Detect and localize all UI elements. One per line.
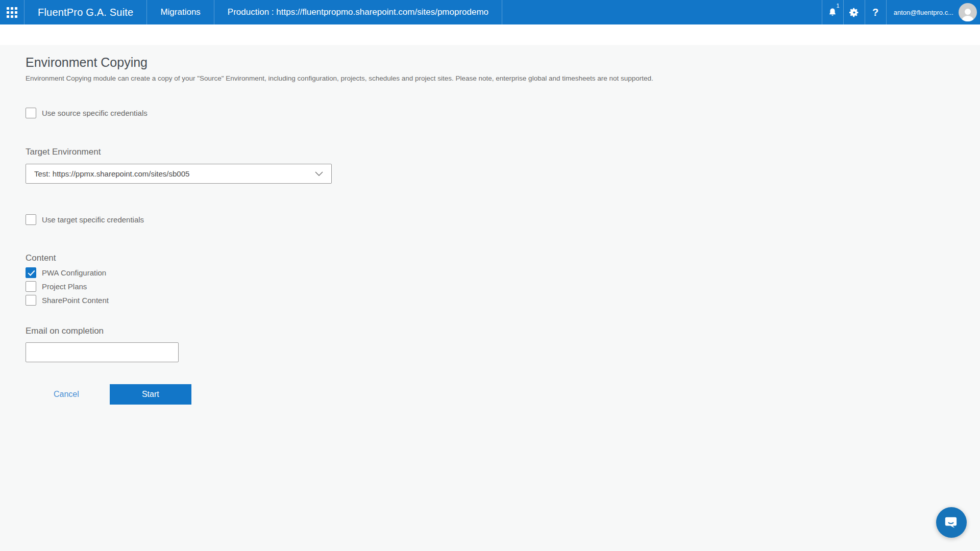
form-actions: Cancel Start [26,384,980,405]
sharepoint-content-label: SharePoint Content [42,296,109,305]
use-source-credentials-checkbox[interactable] [26,108,36,118]
notification-badge: 1 [837,3,840,9]
tab-migrations[interactable]: Migrations [147,0,214,24]
email-on-completion-input[interactable] [26,342,179,362]
person-icon [960,7,975,21]
start-button[interactable]: Start [110,384,191,405]
email-on-completion-group: Email on completion [26,326,980,362]
sub-header-strip [0,24,980,45]
bell-icon [827,7,838,17]
gear-icon [849,7,860,18]
sharepoint-content-checkbox[interactable] [26,295,36,306]
user-email: anton@fluentpro.c... [894,9,953,16]
use-target-credentials-checkbox-row[interactable]: Use target specific credentials [26,214,980,225]
tab-production-environment[interactable]: Production : https://fluentpropmo.sharep… [214,0,502,24]
top-bar: FluentPro G.A. Suite Migrations Producti… [0,0,980,24]
topbar-actions: 1 ? anton@fluentpro.c... [822,0,980,24]
pwa-configuration-checkbox-row[interactable]: PWA Configuration [26,267,980,278]
app-title[interactable]: FluentPro G.A. Suite [24,0,147,24]
email-on-completion-label: Email on completion [26,326,980,336]
question-mark-icon: ? [872,7,878,18]
chat-launcher-button[interactable] [936,507,967,538]
use-target-credentials-checkbox[interactable] [26,214,36,225]
chat-bubble-icon [944,515,959,530]
project-plans-checkbox-row[interactable]: Project Plans [26,281,980,292]
apps-grid-icon [7,7,17,18]
content-section: Content PWA Configuration Project Plans … [26,253,980,306]
use-source-credentials-label: Use source specific credentials [42,109,148,117]
target-environment-selected-value: Test: https://ppmx.sharepoint.com/sites/… [34,169,189,178]
main-content: Environment Copying Environment Copying … [0,45,980,551]
settings-button[interactable] [843,0,865,24]
target-environment-label: Target Environment [26,147,980,157]
project-plans-label: Project Plans [42,282,87,291]
page-title: Environment Copying [26,55,980,70]
help-button[interactable]: ? [865,0,886,24]
avatar[interactable] [959,3,977,21]
pwa-configuration-label: PWA Configuration [42,268,106,277]
user-menu[interactable]: anton@fluentpro.c... [886,0,980,24]
use-source-credentials-checkbox-row[interactable]: Use source specific credentials [26,108,980,118]
cancel-button[interactable]: Cancel [54,390,79,399]
sharepoint-content-checkbox-row[interactable]: SharePoint Content [26,295,980,306]
app-launcher-button[interactable] [0,0,24,24]
use-target-credentials-label: Use target specific credentials [42,215,144,224]
chevron-down-icon [315,171,323,177]
target-environment-select[interactable]: Test: https://ppmx.sharepoint.com/sites/… [26,164,332,184]
notifications-button[interactable]: 1 [822,0,843,24]
content-section-label: Content [26,253,980,263]
page-description: Environment Copying module can create a … [26,74,980,82]
project-plans-checkbox[interactable] [26,281,36,292]
pwa-configuration-checkbox[interactable] [26,267,36,278]
